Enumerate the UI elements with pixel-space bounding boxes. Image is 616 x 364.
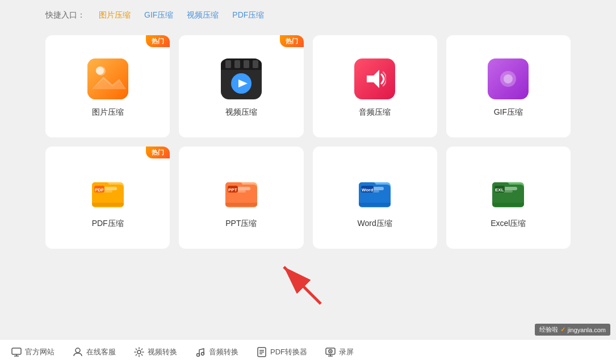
- svg-point-53: [76, 348, 80, 353]
- card-label-ppt: PPT压缩: [225, 219, 257, 229]
- svg-point-54: [137, 350, 141, 354]
- footer-label-audio-convert: 音频转换: [209, 347, 238, 357]
- card-label-image: 图片压缩: [92, 107, 124, 118]
- card-label-pdf: PDF压缩: [92, 219, 124, 229]
- badge-hot-pdf: 热门: [146, 147, 170, 158]
- svg-marker-13: [367, 70, 379, 88]
- video-compress-icon: [221, 58, 262, 99]
- svg-point-55: [197, 353, 200, 356]
- ppt-compress-icon: PPT: [221, 170, 262, 211]
- quick-link-pdf[interactable]: PDF压缩: [232, 10, 264, 20]
- quick-access-label: 快捷入口：: [45, 10, 85, 20]
- arrow-annotation: [273, 256, 329, 312]
- footer-label-official: 官方网站: [25, 347, 55, 357]
- badge-hot: 热门: [146, 35, 170, 47]
- screen-icon: [325, 347, 336, 357]
- svg-rect-8: [234, 60, 240, 68]
- card-image-compress[interactable]: 热门 图片压缩: [45, 35, 170, 137]
- watermark: 经验啦 ✓ jingyanla.com: [535, 324, 610, 336]
- svg-point-56: [202, 352, 204, 355]
- svg-rect-10: [253, 60, 258, 68]
- footer-item-pdf-convert[interactable]: PDF转换器: [257, 347, 307, 357]
- pdf-compress-icon: PDF: [87, 170, 128, 211]
- svg-text:PDF: PDF: [95, 187, 104, 193]
- card-word-compress[interactable]: Word Word压缩: [313, 147, 437, 249]
- image-compress-icon: [87, 58, 128, 99]
- main-grid: 热门 图片压缩 热门: [0, 35, 616, 249]
- svg-rect-50: [12, 348, 21, 354]
- card-label-gif: GIF压缩: [494, 107, 523, 118]
- footer-label-service: 在线客服: [86, 347, 116, 357]
- svg-rect-39: [359, 203, 391, 206]
- footer-label-pdf-convert: PDF转换器: [270, 347, 307, 357]
- svg-text:PPT: PPT: [228, 187, 237, 193]
- monitor-icon: [11, 347, 22, 357]
- svg-point-1: [97, 66, 106, 76]
- card-label-excel: Excel压缩: [491, 219, 526, 229]
- svg-rect-23: [92, 203, 124, 206]
- quick-access-bar: 快捷入口： 图片压缩 GIF压缩 视频压缩 PDF压缩: [0, 0, 616, 31]
- footer-item-official[interactable]: 官方网站: [11, 347, 55, 357]
- svg-rect-0: [87, 58, 128, 99]
- svg-rect-9: [244, 60, 249, 68]
- quick-link-video[interactable]: 视频压缩: [187, 10, 219, 20]
- pdf-icon: [257, 347, 267, 357]
- footer: 官方网站 在线客服 视频转换 音频转换: [0, 339, 616, 364]
- gear-icon: [134, 347, 144, 357]
- audio-compress-icon: [354, 58, 395, 99]
- person-icon: [73, 347, 83, 357]
- watermark-url: jingyanla.com: [568, 327, 606, 333]
- card-label-word: Word压缩: [358, 219, 392, 229]
- svg-line-49: [284, 267, 321, 304]
- watermark-text: 经验啦: [539, 325, 558, 334]
- svg-point-15: [504, 74, 513, 83]
- card-gif-compress[interactable]: GIF压缩: [446, 35, 571, 137]
- card-excel-compress[interactable]: EXL Excel压缩: [446, 147, 571, 249]
- music-icon: [195, 347, 206, 357]
- card-label-audio: 音频压缩: [359, 107, 391, 118]
- word-compress-icon: Word: [354, 170, 395, 211]
- gif-compress-icon: [488, 58, 529, 99]
- footer-item-video-convert[interactable]: 视频转换: [134, 347, 177, 357]
- card-audio-compress[interactable]: 音频压缩: [313, 35, 437, 137]
- footer-item-audio-convert[interactable]: 音频转换: [195, 347, 238, 357]
- footer-label-video-convert: 视频转换: [148, 347, 177, 357]
- excel-compress-icon: EXL: [488, 170, 529, 211]
- card-pdf-compress[interactable]: 热门 PDF PDF压缩: [45, 147, 170, 249]
- quick-link-image[interactable]: 图片压缩: [99, 10, 131, 20]
- quick-link-gif[interactable]: GIF压缩: [144, 10, 173, 20]
- svg-rect-47: [492, 203, 524, 206]
- svg-rect-7: [225, 60, 231, 68]
- card-label-video: 视频压缩: [225, 107, 257, 118]
- watermark-check: ✓: [560, 326, 565, 333]
- footer-item-service[interactable]: 在线客服: [73, 347, 116, 357]
- footer-item-screenrecord[interactable]: 录屏: [325, 347, 354, 357]
- badge-hot-video: 热门: [280, 35, 304, 47]
- card-video-compress[interactable]: 热门 视频压缩: [179, 35, 303, 137]
- svg-text:EXL: EXL: [495, 187, 504, 193]
- svg-rect-31: [225, 203, 257, 206]
- footer-label-screenrecord: 录屏: [339, 347, 354, 357]
- card-ppt-compress[interactable]: PPT PPT压缩: [179, 147, 303, 249]
- svg-text:Word: Word: [362, 187, 373, 193]
- svg-marker-63: [330, 350, 332, 352]
